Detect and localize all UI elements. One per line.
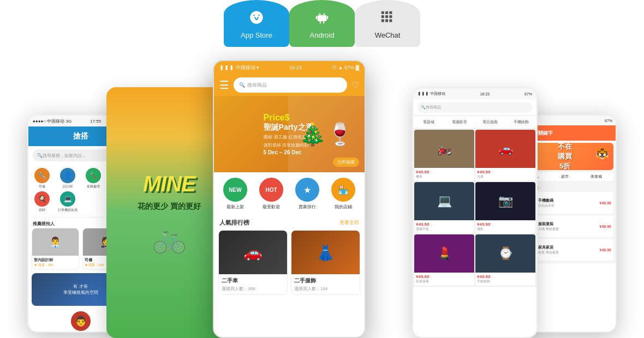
- tiger-icon: 🐯: [595, 147, 609, 160]
- star-ranking-icon: ★: [295, 178, 319, 202]
- item-price: ¥49.90: [600, 201, 611, 205]
- heart-icon[interactable]: ♡: [351, 80, 359, 90]
- list-item[interactable]: 美食城: [581, 174, 611, 179]
- svg-rect-0: [318, 15, 327, 21]
- category-seller[interactable]: ★ 賣家排行: [295, 178, 319, 210]
- service-icon-cook: 🍳: [34, 191, 50, 207]
- green-tagline: 花的更少 買的更好: [138, 202, 201, 212]
- appstore-icon: [249, 10, 264, 29]
- service-icon-home: 🔨: [86, 168, 101, 183]
- avatar: 👨: [71, 311, 91, 331]
- motorcycle-image: 🏍️: [414, 130, 474, 168]
- right-cat-electronics[interactable]: 電器城: [413, 118, 444, 126]
- list-item[interactable]: 🔧 司儀: [31, 168, 54, 189]
- list-item[interactable]: 👤 設計師: [56, 168, 80, 189]
- product-card-fashion[interactable]: 👗 二手服飾 週購買人數：134: [291, 230, 360, 295]
- svg-rect-5: [316, 16, 317, 19]
- far-right-banner-text: 不在購買5折: [558, 143, 572, 170]
- product-info: ¥49.90 手飾錶飾: [475, 273, 535, 286]
- table-row[interactable]: 🏍️ ¥49.90 機車: [414, 130, 474, 181]
- card-avatar-designer: 👨‍💼: [32, 228, 79, 256]
- left-banner-text: 有 才有享受極致風尚空間: [63, 283, 98, 295]
- item-info: 手機數碼 好品合你有: [538, 198, 598, 208]
- right-search-box[interactable]: 🔍 搜尋商品: [418, 102, 532, 113]
- item-info: 家具家居 家居 學姐最愛: [538, 245, 598, 255]
- right-category-bar: 電器城 電腦影音 電玩遊戲 手機錶飾: [413, 116, 536, 129]
- table-row[interactable]: ⌚ ¥49.90 手飾錶飾: [475, 234, 535, 286]
- category-hot[interactable]: HOT 最受歡迎: [259, 178, 283, 210]
- product-card-info-fashion: 二手服飾 週購買人數：134: [291, 274, 360, 294]
- svg-rect-15: [385, 15, 388, 18]
- product-info: ¥49.90 攝影: [475, 220, 535, 233]
- appstore-label: App Store: [241, 31, 272, 39]
- tab-android[interactable]: Android: [289, 0, 355, 47]
- search-icon-left: 🔍: [37, 153, 43, 158]
- svg-rect-6: [327, 16, 328, 19]
- right-cat-mobile[interactable]: 手機錶飾: [506, 118, 537, 126]
- center-status-bar: ▍▍▍ 中国移动 ▾ 18:23 ⏱ ▲ 57% ▓: [214, 61, 365, 74]
- table-row[interactable]: 💄 ¥49.90 彩妝保養: [414, 234, 474, 286]
- service-icon-tech: 💻: [60, 191, 75, 207]
- svg-rect-13: [389, 11, 392, 14]
- svg-rect-11: [381, 11, 384, 14]
- svg-rect-8: [323, 21, 324, 23]
- table-row[interactable]: 💻 ¥49.90 電腦平板: [414, 182, 474, 233]
- left-time: 17:55: [90, 119, 101, 124]
- search-icon-center: 🔍: [239, 82, 245, 88]
- far-right-battery: 87%: [605, 119, 612, 123]
- right-header: 🔍 搜尋商品: [413, 99, 536, 116]
- search-icon-right: 🔍: [421, 105, 426, 110]
- tab-wechat[interactable]: WeChat: [355, 0, 420, 47]
- category-shop[interactable]: 🏪 我的店鋪: [331, 178, 355, 210]
- left-search-placeholder: 搜尋服務，如家內設...: [43, 153, 86, 159]
- right-status-bar: ▍▍▍ 中国移动 18:23 87%: [413, 88, 536, 99]
- svg-rect-18: [385, 19, 388, 22]
- list-item[interactable]: 🔨 家務處理: [82, 168, 105, 189]
- right-cat-av[interactable]: 電腦影音: [444, 118, 475, 126]
- phone-center: ▍▍▍ 中国移动 ▾ 18:23 ⏱ ▲ 57% ▓ ☰ 🔍 搜尋商品 ♡ Pr…: [213, 60, 366, 338]
- android-icon: [314, 10, 330, 29]
- phone-right: ▍▍▍ 中国移动 18:23 87% 🔍 搜尋商品 電器城 電腦影音 電玩遊戲 …: [412, 87, 538, 338]
- product-card-count-fashion: 週購買人數：134: [294, 286, 357, 292]
- svg-rect-14: [381, 15, 384, 18]
- car-product-image: 🚗: [219, 231, 287, 274]
- center-carrier: ▍▍▍ 中国移动 ▾: [219, 64, 259, 71]
- shop-icon: 🏪: [331, 178, 355, 202]
- android-label: Android: [310, 31, 335, 39]
- car-image-right: 🚗: [475, 130, 535, 168]
- ranking-title: 人氣排行榜: [219, 219, 249, 227]
- svg-rect-12: [385, 11, 388, 14]
- table-row[interactable]: 📷 ¥49.90 攝影: [475, 182, 535, 233]
- center-category-icons: NEW 最新上架 HOT 最受歡迎 ★ 賣家排行 🏪 我的店鋪: [214, 172, 365, 215]
- right-carrier: ▍▍▍ 中国移动: [418, 91, 445, 96]
- list-item[interactable]: 💻 計算機技術員: [56, 191, 80, 213]
- car-emoji-icon: 🚗: [243, 244, 263, 262]
- menu-icon[interactable]: ☰: [219, 80, 229, 90]
- list-item[interactable]: 🍳 廚師: [31, 191, 54, 213]
- product-info: ¥49.90 彩妝保養: [414, 273, 474, 286]
- watch-image: ⌚: [475, 234, 535, 273]
- fashion-product-image: 👗: [291, 231, 360, 274]
- tab-appstore[interactable]: App Store: [224, 0, 289, 47]
- left-card[interactable]: 👨‍💼 室內設計師 ★ 双星：100: [32, 228, 79, 270]
- table-row[interactable]: 🚗 ¥49.90 汽車: [475, 130, 535, 181]
- product-card-car[interactable]: 🚗 二手車 週購買人數：168: [218, 230, 288, 295]
- right-product-grid: 🏍️ ¥49.90 機車 🚗 ¥49.90 汽車 💻 ¥49.90 電腦平板: [413, 129, 536, 287]
- category-new[interactable]: NEW 最新上架: [223, 178, 247, 210]
- item-title: 家具家居: [538, 245, 598, 250]
- platform-tabs: App Store Android: [224, 0, 420, 47]
- center-battery: ⏱ ▲ 57% ▓: [332, 65, 359, 70]
- left-carrier: ●●●●○ 中国移动 3G: [33, 118, 71, 124]
- fashion-emoji-icon: 👗: [316, 244, 335, 262]
- banner-cta-button[interactable]: 立即搶購: [333, 158, 359, 167]
- svg-rect-19: [389, 19, 392, 22]
- center-search-input[interactable]: 🔍 搜尋商品: [234, 77, 347, 93]
- list-item[interactable]: 超市: [550, 174, 580, 179]
- ranking-more[interactable]: 查看全部: [339, 219, 359, 226]
- product-info: ¥49.90 機車: [414, 168, 474, 181]
- product-card-name-car: 二手車: [222, 277, 284, 285]
- item-price: ¥49.90: [600, 248, 611, 252]
- product-info: ¥49.90 電腦平板: [414, 220, 474, 233]
- item-title: 服裝童裝: [538, 221, 598, 227]
- right-cat-games[interactable]: 電玩遊戲: [475, 118, 506, 126]
